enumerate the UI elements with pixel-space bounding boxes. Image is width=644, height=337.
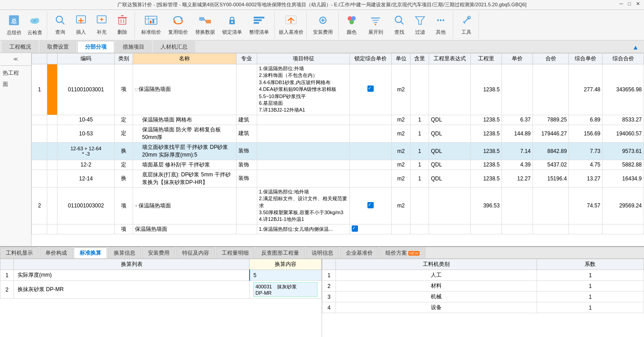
- conversion-row-1[interactable]: 1 实际厚度(mm) 5: [0, 270, 322, 281]
- cell-num: [32, 160, 47, 170]
- btn-std-price[interactable]: 标准组价: [138, 13, 165, 38]
- minimize-icon[interactable]: ─: [618, 1, 625, 7]
- svg-point-48: [443, 19, 444, 21]
- btn-embed-base[interactable]: 嵌入基准价: [277, 13, 304, 38]
- bottom-tab-price-comp[interactable]: 单价构成: [40, 247, 73, 258]
- svg-marker-42: [375, 24, 376, 26]
- btn-supplement[interactable]: + 补充: [91, 13, 112, 38]
- cell-locked: [350, 160, 392, 170]
- table-area[interactable]: ≪ 热工程 面 编码 类别 名称 专业 项目特征 锁定综合单价 单位: [0, 53, 644, 247]
- btn-cloud-check[interactable]: ✓ 云检查: [24, 13, 45, 38]
- bottom-tab-labor[interactable]: 工料机显示: [0, 247, 39, 258]
- bottom-tab-desc[interactable]: 说明信息: [306, 247, 339, 258]
- table-row[interactable]: 12-63 + 12-64* -3 换 墙立面砂浆找平层 干拌砂浆 DP砂浆20…: [32, 142, 644, 160]
- col-header-unit-price: 综合单价: [569, 54, 603, 64]
- collapse-panel-btn[interactable]: ≪: [0, 53, 31, 66]
- table-row[interactable]: 10-45 定 保温隔热墙面 网格布 建筑 m2 1 QDL 1238.5 6.…: [32, 115, 644, 125]
- cell-price: [502, 187, 533, 224]
- btn-filter[interactable]: 过滤: [410, 13, 430, 38]
- bottom-tab-price-scheme[interactable]: 组价方案: [380, 247, 425, 258]
- btn-total-price-label: 总组价: [7, 29, 22, 36]
- tab-measures[interactable]: 措施项目: [115, 41, 152, 53]
- close-icon[interactable]: ✕: [634, 1, 642, 7]
- btn-other-label: 其他: [436, 29, 446, 36]
- btn-lock-list-label: 锁定清单: [222, 29, 242, 36]
- btn-insert[interactable]: 插入: [71, 13, 91, 38]
- table-row[interactable]: 10-53 定 保温隔热墙面 防火带 岩棉复合板 50mm厚 建筑 m2 1 Q…: [32, 125, 644, 142]
- col-header-num: [32, 54, 47, 64]
- bottom-tab-reverse-check[interactable]: 反查图形工程量: [255, 247, 305, 258]
- maximize-icon[interactable]: □: [626, 1, 633, 7]
- cell-expr: QDL: [429, 115, 471, 125]
- conversion-list-table: 换算列表 换算内容 1 实际厚度(mm) 5 2 换抹灰砂浆 DP-MR: [0, 259, 322, 299]
- btn-color[interactable]: 颜色: [341, 13, 362, 38]
- cell-spec: 1.保温隔热部位:外墙2.涂料饰面（不包含在内）3.4-6厚DB1砂浆,内压玻纤…: [257, 64, 350, 115]
- tab-arrow[interactable]: ▲: [629, 42, 642, 53]
- btn-tools[interactable]: 工具: [456, 13, 477, 38]
- btn-replace-data[interactable]: 替换数据: [192, 13, 219, 38]
- conversion-list-panel: 换算列表 换算内容 1 实际厚度(mm) 5 2 换抹灰砂浆 DP-MR: [0, 259, 322, 337]
- cell-spec-type: 建筑: [236, 115, 257, 125]
- cell-type: 项: [114, 224, 133, 234]
- btn-expand-to[interactable]: 展开到: [362, 13, 389, 38]
- cell-total-price: 9573.61: [603, 142, 644, 160]
- cell-code: [58, 224, 114, 234]
- cell-code: 12-14: [58, 170, 114, 187]
- cell-type: 机械: [336, 292, 537, 302]
- tab-fee-setting[interactable]: 取费设置: [40, 41, 76, 53]
- cell-conversion-value[interactable]: 400031 抹灰砂浆DP-MR: [250, 281, 322, 299]
- bottom-tab-std-convert[interactable]: 标准换算: [74, 247, 107, 258]
- table-row[interactable]: 项 保温隔热墙面 1.保温隔热部位:女儿墙内侧保温...: [32, 224, 644, 234]
- bottom-tab-convert-info[interactable]: 换算信息: [108, 247, 141, 258]
- btn-other[interactable]: 其他: [430, 13, 451, 38]
- cell-conversion-value[interactable]: 5: [250, 270, 322, 281]
- cell-total-price: [603, 224, 644, 234]
- toolbar-group-1: 总 总组价 ✓ 云检查: [2, 12, 47, 39]
- cell-locked: [350, 224, 392, 234]
- cell-spec-type: [236, 187, 257, 224]
- btn-find[interactable]: 查找: [389, 13, 410, 38]
- cell-spec-type: 建筑: [236, 125, 257, 142]
- cell-spec: [257, 170, 350, 187]
- cell-num: 4: [322, 302, 336, 313]
- table-row[interactable]: 12-14 换 底层抹灰(打底): DP砂浆 5mm 干拌砂浆换为【抹灰砂浆DP…: [32, 170, 644, 187]
- bottom-tab-features[interactable]: 特征及内容: [176, 247, 215, 258]
- svg-rect-30: [254, 22, 259, 24]
- conversion-row-2[interactable]: 2 换抹灰砂浆 DP-MR 400031 抹灰砂浆DP-MR: [0, 281, 322, 299]
- btn-total-price[interactable]: 总 总组价: [4, 13, 24, 38]
- btn-sort-list[interactable]: 整理清单: [246, 13, 273, 38]
- btn-install-fee[interactable]: 安装费用: [309, 13, 336, 38]
- cell-indicator: [47, 187, 58, 224]
- reuse-price-icon: [171, 14, 185, 28]
- bottom-tab-base-price[interactable]: 企业基准价: [340, 247, 379, 258]
- col-header-locked: 锁定综合单价: [350, 54, 392, 64]
- svg-line-25: [204, 19, 206, 22]
- cell-name: 保温隔热墙面: [133, 224, 237, 234]
- cell-content: [410, 187, 429, 224]
- cell-spec: [257, 160, 350, 170]
- cell-num: 3: [322, 292, 336, 302]
- svg-point-46: [437, 19, 439, 21]
- btn-reuse-price[interactable]: 复用组价: [165, 13, 192, 38]
- table-row[interactable]: 2 011001003002 项 +保温隔热墙面 1.保温隔热部位:地外墙2.满…: [32, 187, 644, 224]
- title-bar: 广联达预算计价 - [投标管理 - 顺义新城第4街区SY00-0004-6002…: [0, 0, 644, 10]
- table-row[interactable]: 12-2 定 墙面基层 修补刮平 干拌砂浆 装饰 m2 1 QDL 1238.5…: [32, 160, 644, 170]
- col-header-total-price: 综合合价: [603, 54, 644, 64]
- table-row[interactable]: 1 011001003001 项 □保温隔热墙面 1.保温隔热部位:外墙2.涂料…: [32, 64, 644, 115]
- tab-materials[interactable]: 人材机汇总: [153, 41, 195, 53]
- btn-delete[interactable]: 删除: [112, 13, 133, 38]
- tab-parts[interactable]: 分部分项: [77, 41, 114, 53]
- cell-indicator: [47, 170, 58, 187]
- bottom-tab-qty-detail[interactable]: 工程量明细: [216, 247, 255, 258]
- btn-query[interactable]: 查询: [50, 13, 71, 38]
- cell-type: 人工: [336, 270, 537, 281]
- cell-num: 1: [322, 270, 336, 281]
- std-price-icon: [144, 14, 158, 28]
- btn-lock-list[interactable]: 锁定清单: [219, 13, 246, 38]
- tab-overview[interactable]: 工程概况: [2, 41, 39, 53]
- bottom-tab-install-fee[interactable]: 安装费用: [142, 247, 175, 258]
- cell-indicator: [47, 224, 58, 234]
- window-controls[interactable]: ─ □ ✕: [618, 1, 642, 7]
- cell-type: 换: [114, 170, 133, 187]
- cell-unit: m2: [392, 187, 410, 224]
